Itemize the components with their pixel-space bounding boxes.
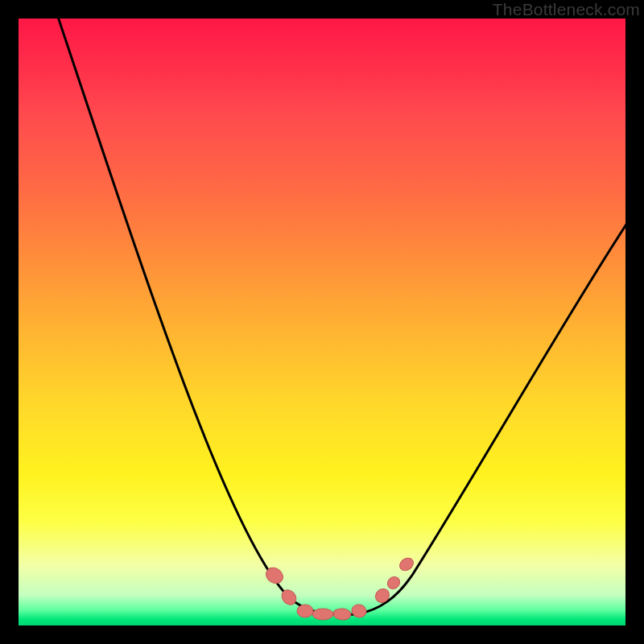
marker-group [263, 555, 416, 621]
curve-marker [373, 586, 392, 605]
curve-marker [312, 609, 333, 620]
chart-svg [19, 19, 625, 625]
bottleneck-curve [57, 19, 625, 615]
curve-marker [398, 555, 416, 573]
curve-marker [297, 605, 313, 617]
chart-frame: TheBottleneck.com [0, 0, 644, 644]
curve-marker [385, 574, 402, 591]
curve-marker [333, 608, 352, 621]
watermark-text: TheBottleneck.com [493, 0, 640, 19]
plot-area [19, 19, 625, 625]
curve-marker [350, 603, 368, 619]
